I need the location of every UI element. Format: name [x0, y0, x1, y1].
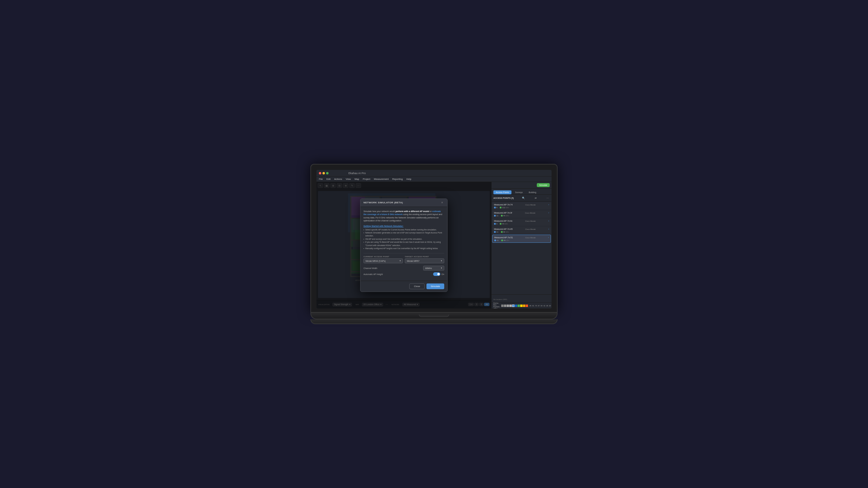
swatch-1 [501, 304, 504, 307]
ap-stats: 11 60 dBm [494, 231, 549, 233]
app-container: Ekahau AI Pro File Edit Actions View Map… [316, 170, 552, 308]
screen-bezel: Ekahau AI Pro File Edit Actions View Map… [310, 164, 558, 313]
getting-started-label: Getting Started with Network Simulator: [364, 225, 444, 227]
ap-name: Measured AP-7e:74 [494, 204, 513, 206]
stat-dot-green [500, 223, 501, 225]
list-item[interactable]: Measured AP-7e:74 Cisco Meraki › 6 [492, 202, 551, 210]
close-dot[interactable] [319, 172, 321, 174]
legend-bar: Ekahau Best Practices (dBm) [492, 302, 552, 308]
menu-measurement[interactable]: Measurement [374, 178, 389, 181]
tab-building[interactable]: Building [526, 190, 538, 194]
ap-brand: Cisco Meraki [525, 212, 535, 214]
swatch-8 [523, 304, 525, 307]
tab-access-points[interactable]: Access Points [493, 190, 512, 194]
current-ap-col: CURRENT ACCESS POINT Meraki MR44 (5 APs)… [364, 256, 403, 263]
stat-dot-blue [494, 207, 496, 208]
legend-swatches [501, 304, 528, 307]
minimize-dot[interactable] [322, 172, 325, 174]
ap-expand-icon: › [548, 236, 549, 239]
search-icon[interactable]: 🔍 [521, 196, 526, 200]
stat-unit: dBm [505, 223, 508, 225]
swatch-3 [507, 304, 509, 307]
ap-stat-2: 44 dBm [500, 223, 508, 225]
right-panel: Simulate Access Points Surveys Building … [491, 182, 552, 308]
swatch-4 [509, 304, 512, 307]
title-bar: Ekahau AI Pro [316, 170, 552, 176]
modal-header: NETWORK SIMULATOR (BETA) × [361, 199, 447, 207]
maximize-dot[interactable] [326, 172, 329, 174]
legend-val-4: -67 [537, 305, 539, 307]
modal-description: Simulate how your network would perform … [364, 210, 444, 223]
toggle-label: On [441, 273, 444, 275]
menu-file[interactable]: File [319, 178, 323, 181]
laptop-outer: Ekahau AI Pro File Edit Actions View Map… [310, 164, 558, 324]
legend-title: Ekahau Best Practices (dBm) [493, 302, 500, 309]
list-item[interactable]: Measured AP-7e:45 Cisco Meraki › 11 [492, 227, 551, 234]
modal-footer: Close Simulate [361, 281, 447, 292]
ap-expand-icon: › [548, 228, 549, 230]
ap-expand-icon: › [548, 212, 549, 214]
bullet-4: If you are using Tri-Band AP and would l… [364, 241, 444, 247]
menu-edit[interactable]: Edit [327, 178, 331, 181]
ap-brand: Cisco Meraki [525, 228, 536, 230]
stat-dot-blue [494, 231, 496, 233]
modal-body: Simulate how your network would perform … [361, 207, 447, 281]
ap-section-title: ACCESS POINTS (5) [493, 197, 514, 199]
simulate-button[interactable]: Simulate [427, 284, 444, 289]
menu-view[interactable]: View [346, 178, 351, 181]
ap-stat-2: 112 dBm [500, 207, 509, 208]
ap-list: Measured AP-7e:74 Cisco Meraki › 6 [492, 201, 552, 294]
stat-unit: dBm [506, 231, 509, 233]
app-body: ↖ ▦ ⊞ ⊟ ⊕ ✎ ⋯ [316, 182, 552, 308]
menu-actions[interactable]: Actions [334, 178, 342, 181]
ap-stat-2: 44 dBm [501, 215, 509, 217]
legend-val-5: -54 [540, 305, 542, 307]
menu-reporting[interactable]: Reporting [393, 178, 403, 181]
legend-val-7: -36 [546, 305, 548, 307]
menu-project[interactable]: Project [363, 178, 370, 181]
toggle-switch: On [433, 272, 444, 276]
menu-map[interactable]: Map [354, 178, 359, 181]
bullet-3: Old AP and surveys won't be overwritten … [364, 238, 444, 241]
channel-width-label: Channel Width [364, 267, 377, 269]
form-section: CURRENT ACCESS POINT Meraki MR44 (5 APs)… [364, 253, 444, 276]
legend-values: -85 -81 -75 -67 -54 -42 -36 -30 [529, 305, 551, 307]
target-ap-select[interactable]: Meraki MR57 ▾ [405, 258, 444, 263]
header-simulate-button[interactable]: Simulate [537, 183, 550, 187]
menu-bar: File Edit Actions View Map Project Measu… [316, 176, 552, 182]
toggle-thumb [437, 273, 440, 275]
modal-close-button[interactable]: × [440, 201, 444, 205]
current-ap-select[interactable]: Meraki MR44 (5 APs) ▾ [364, 258, 403, 263]
filter-icon[interactable]: ⇄ [533, 196, 538, 200]
list-item[interactable]: Measured AP-7e:51 Cisco Meraki › 11 [492, 235, 551, 243]
menu-help[interactable]: Help [406, 178, 411, 181]
laptop-base [310, 319, 558, 324]
ap-stat-1: 11 [494, 215, 498, 217]
more-icon[interactable]: ⋯ [546, 196, 550, 200]
tab-surveys[interactable]: Surveys [513, 190, 525, 194]
toggle-track[interactable] [433, 272, 440, 276]
modal-overlay: NETWORK SIMULATOR (BETA) × Simulate how … [316, 182, 491, 308]
stat-dot-green [501, 215, 503, 217]
laptop-bottom [310, 313, 558, 319]
list-item[interactable]: Measured AP-7e:3f Cisco Meraki › 11 [492, 210, 551, 218]
ap-item-header: Measured AP-7e:45 Cisco Meraki › [494, 228, 549, 230]
swatch-active [512, 304, 515, 307]
list-item[interactable]: Measured AP-7e:4c Cisco Meraki › 6 [492, 218, 551, 226]
panel-header: Simulate [492, 182, 552, 189]
ap-stat-2: 60 dBm [501, 231, 509, 233]
laptop-hinge [419, 315, 449, 317]
channel-width-select[interactable]: 80MHz ▾ [423, 266, 444, 270]
panel-tabs: Access Points Surveys Building [492, 189, 552, 195]
ap-item-header: Measured AP-7e:3f Cisco Meraki › [494, 212, 549, 214]
current-ap-label: CURRENT ACCESS POINT [364, 256, 403, 258]
close-button[interactable]: Close [409, 284, 424, 289]
ap-stat-1: 11 [494, 231, 498, 233]
ap-stat-1: 11 [494, 239, 499, 241]
ap-expand-icon: › [548, 203, 549, 206]
window-controls [319, 172, 329, 174]
ap-name: Measured AP-7e:3f [494, 212, 512, 214]
stat-unit: dBm [506, 207, 509, 208]
legend-val-2: -81 [532, 305, 534, 307]
ap-stat-1: 6 [494, 223, 497, 225]
